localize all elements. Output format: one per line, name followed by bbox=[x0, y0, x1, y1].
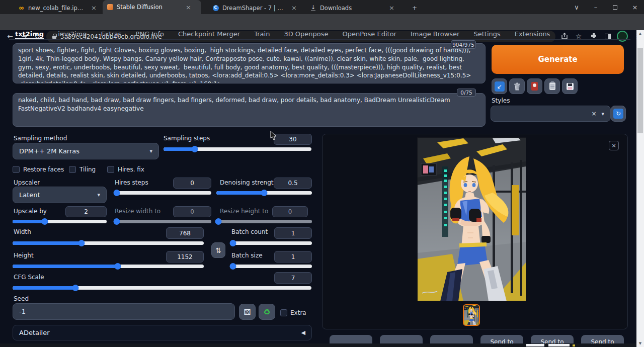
styles-select[interactable]: × ▾ bbox=[491, 106, 611, 122]
browser-tab-colab[interactable]: ∞ new_colab_file.ipynb - Colaborat × bbox=[14, 2, 101, 14]
recycle-icon: ♻ bbox=[263, 307, 270, 317]
save-style-button[interactable] bbox=[562, 78, 578, 94]
resize-height-label: Resize height to bbox=[220, 208, 268, 215]
seed-field[interactable]: -1 bbox=[13, 303, 235, 320]
browser-tab-downloads[interactable]: ↓ Downloads × bbox=[306, 2, 399, 14]
tab-img2img[interactable]: img2img bbox=[58, 30, 87, 39]
slider-handle[interactable] bbox=[261, 190, 268, 196]
batch-count-input[interactable] bbox=[274, 227, 312, 239]
browser-tab-stable-diffusion[interactable]: Stable Diffusion × bbox=[103, 0, 201, 14]
extra-networks-button[interactable] bbox=[527, 78, 542, 94]
denoising-input[interactable] bbox=[274, 178, 312, 189]
batch-count-slider[interactable] bbox=[231, 240, 312, 246]
clear-styles-icon[interactable]: × bbox=[591, 110, 596, 117]
denoising-slider[interactable] bbox=[216, 190, 312, 196]
prompt-input[interactable]: sport shoes, fighter, fight, fight Glove… bbox=[13, 43, 486, 83]
card-icon bbox=[531, 82, 538, 91]
slider-handle[interactable] bbox=[41, 218, 48, 225]
batch-size-slider[interactable] bbox=[231, 263, 312, 270]
extra-seed-checkbox[interactable] bbox=[280, 309, 287, 316]
upscaler-select[interactable]: Latent ▾ bbox=[13, 187, 107, 203]
reuse-seed-button[interactable]: ♻ bbox=[259, 304, 275, 320]
hires-steps-input[interactable] bbox=[173, 178, 211, 189]
upscale-by-input[interactable] bbox=[65, 206, 107, 217]
clear-prompt-button[interactable] bbox=[509, 78, 525, 94]
slider-handle[interactable] bbox=[230, 263, 236, 270]
random-seed-button[interactable]: ⚄ bbox=[239, 304, 256, 320]
batch-count-value[interactable] bbox=[274, 227, 312, 239]
sampling-method-value: DPM++ 2M Karras bbox=[19, 147, 79, 155]
close-tab-icon[interactable]: × bbox=[186, 4, 191, 11]
chevron-down-icon: ▾ bbox=[149, 148, 152, 154]
upscale-by-slider[interactable] bbox=[13, 218, 107, 225]
batch-size-input[interactable] bbox=[274, 251, 312, 263]
clipped-overlay-text bbox=[526, 344, 544, 346]
batch-size-value[interactable] bbox=[274, 251, 312, 263]
close-image-button[interactable]: × bbox=[609, 141, 619, 150]
slider-handle[interactable] bbox=[113, 190, 120, 196]
refresh-styles-button[interactable]: ↻ bbox=[611, 106, 626, 122]
sampling-method-select[interactable]: DPM++ 2M Karras ▾ bbox=[13, 143, 159, 159]
tab-png-info[interactable]: PNG Info bbox=[136, 30, 164, 39]
adetailer-accordion[interactable]: ADetailer ◀ bbox=[13, 325, 312, 340]
hires-steps-slider[interactable] bbox=[115, 190, 211, 196]
width-value[interactable] bbox=[166, 227, 204, 239]
tiling-checkbox[interactable] bbox=[69, 166, 76, 173]
close-icon: × bbox=[632, 4, 638, 11]
cfg-scale-input[interactable] bbox=[274, 272, 312, 284]
generated-image[interactable] bbox=[417, 137, 526, 301]
close-window-button[interactable]: × bbox=[626, 0, 644, 14]
tab-image-browser[interactable]: Image Browser bbox=[411, 30, 460, 39]
upscale-by-value[interactable] bbox=[65, 206, 107, 217]
tab-extras[interactable]: Extras bbox=[101, 30, 122, 39]
tab-txt2img[interactable]: txt2img bbox=[15, 30, 44, 39]
apply-styles-button[interactable] bbox=[544, 78, 560, 94]
sampling-steps-value[interactable] bbox=[274, 134, 312, 145]
slider-handle[interactable] bbox=[72, 285, 78, 291]
slider-handle[interactable] bbox=[115, 263, 121, 270]
tab-train[interactable]: Train bbox=[254, 30, 270, 39]
maximize-icon bbox=[613, 5, 617, 10]
slider-handle[interactable] bbox=[78, 240, 85, 246]
negative-prompt-input[interactable]: naked, child, bad hand, bad draw, bad dr… bbox=[13, 93, 486, 127]
height-input[interactable] bbox=[166, 251, 204, 263]
tab-openpose-editor[interactable]: OpenPose Editor bbox=[343, 30, 396, 39]
tab-search-button[interactable]: ∨ bbox=[568, 0, 586, 14]
width-slider[interactable] bbox=[13, 240, 204, 246]
height-value[interactable] bbox=[166, 251, 204, 263]
tab-checkpoint-merger[interactable]: Checkpoint Merger bbox=[178, 30, 240, 39]
close-tab-icon[interactable]: × bbox=[389, 4, 394, 12]
sampling-steps-slider[interactable] bbox=[164, 146, 311, 152]
minimize-button[interactable]: – bbox=[587, 0, 605, 14]
cfg-scale-slider[interactable] bbox=[13, 285, 311, 291]
scrollbar-thumb[interactable] bbox=[637, 48, 643, 133]
browser-tab-dreamshaper[interactable]: C DreamShaper - 7 | Stable Diffusio × bbox=[208, 2, 302, 14]
scroll-down-arrow[interactable]: ▼ bbox=[636, 340, 644, 347]
paste-params-button[interactable]: ↙ bbox=[492, 78, 507, 94]
tab-extensions[interactable]: Extensions bbox=[515, 30, 550, 39]
tab-3d-openpose[interactable]: 3D Openpose bbox=[284, 30, 328, 39]
height-slider[interactable] bbox=[13, 263, 204, 270]
denoising-value[interactable] bbox=[274, 178, 312, 189]
gallery-thumbnail[interactable] bbox=[463, 304, 480, 326]
scroll-up-arrow[interactable]: ▲ bbox=[636, 30, 644, 37]
restore-faces-checkbox[interactable] bbox=[13, 166, 20, 173]
resize-width-input bbox=[173, 206, 211, 217]
cfg-scale-value[interactable] bbox=[274, 272, 312, 284]
new-tab-button[interactable]: + bbox=[408, 2, 422, 14]
generate-button[interactable]: Generate bbox=[492, 45, 624, 74]
slider-handle[interactable] bbox=[230, 240, 236, 246]
slider-handle[interactable] bbox=[191, 146, 198, 152]
hires-steps-value[interactable] bbox=[173, 178, 211, 189]
swap-dimensions-button[interactable]: ⇅ bbox=[211, 242, 225, 258]
close-tab-icon[interactable]: × bbox=[91, 4, 97, 12]
maximize-button[interactable] bbox=[606, 0, 624, 14]
width-input[interactable] bbox=[166, 227, 204, 239]
close-tab-icon[interactable]: × bbox=[291, 4, 297, 12]
tab-settings[interactable]: Settings bbox=[473, 30, 500, 39]
hires-fix-checkbox[interactable] bbox=[107, 166, 114, 173]
app-tab-bar: txt2img img2img Extras PNG Info Checkpoi… bbox=[9, 30, 630, 40]
page-scrollbar[interactable]: ▲ ▼ bbox=[636, 30, 644, 347]
mouse-cursor bbox=[270, 131, 277, 140]
sampling-steps-input[interactable] bbox=[274, 134, 312, 145]
